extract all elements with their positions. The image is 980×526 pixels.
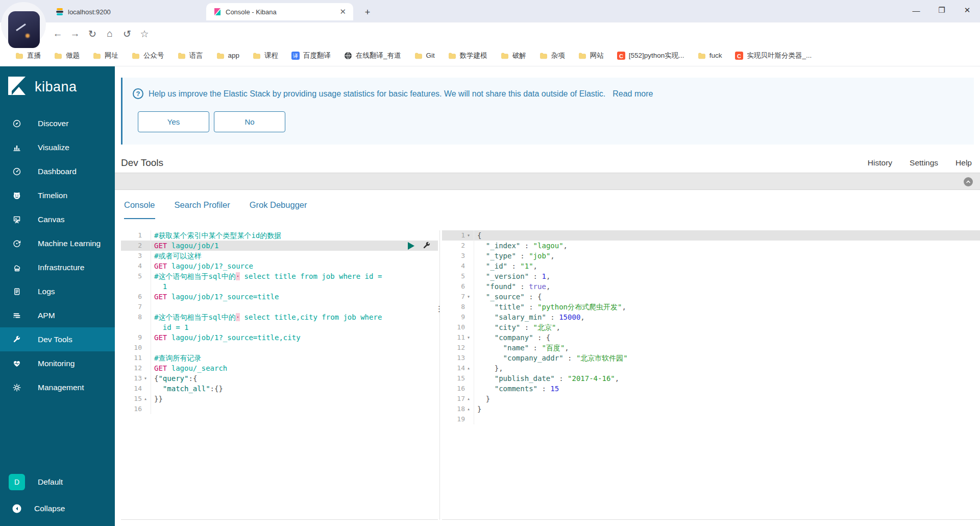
- bookmark-item[interactable]: C[552]python实现...: [617, 51, 684, 60]
- sidebar-item-visualize[interactable]: Visualize: [0, 135, 115, 159]
- fold-toggle-icon[interactable]: ▾: [467, 332, 474, 343]
- send-request-button[interactable]: [408, 242, 414, 252]
- browser-tab-elasticsearch[interactable]: localhost:9200: [48, 3, 202, 20]
- line-number: 5: [442, 271, 474, 281]
- history-link[interactable]: History: [868, 158, 892, 168]
- fold-toggle-icon[interactable]: ▾: [467, 230, 474, 241]
- code-line[interactable]: 16: [121, 404, 438, 414]
- code-line[interactable]: 15▴}}: [121, 394, 438, 404]
- bookmark-item[interactable]: 破解: [501, 51, 526, 60]
- code-line[interactable]: 1: [121, 281, 438, 292]
- bookmarks-bar: 直播做题网址公众号语言app课程译百度翻译在线翻译_有道Git数学建模破解杂项网…: [0, 45, 980, 66]
- window-restore-button[interactable]: ❐: [929, 0, 954, 20]
- sidebar-collapse-button[interactable]: Collapse: [0, 495, 115, 522]
- code-line[interactable]: 1#获取某个索引中某个类型某个id的数据: [121, 230, 438, 241]
- bookmark-label: 做题: [66, 51, 80, 60]
- sidebar-item-dev-tools[interactable]: Dev Tools: [0, 327, 115, 351]
- bookmark-star-icon[interactable]: ☆: [136, 25, 153, 42]
- code-line[interactable]: 2GET lagou/job/1: [121, 241, 438, 251]
- profile-avatar[interactable]: [8, 11, 40, 48]
- code-line[interactable]: 3#或者可以这样: [121, 251, 438, 261]
- code-line: 3 "_type" : "job",: [442, 251, 980, 261]
- settings-link[interactable]: Settings: [910, 158, 938, 168]
- bookmark-item[interactable]: Git: [414, 52, 435, 60]
- code-line[interactable]: 14 "match_all":{}: [121, 384, 438, 394]
- bookmark-item[interactable]: 公众号: [132, 51, 164, 60]
- devtools-tabs: Console Search Profiler Grok Debugger: [124, 200, 307, 219]
- browser-tab-kibana[interactable]: Console - Kibana ✕: [206, 3, 353, 20]
- fold-toggle-icon[interactable]: ▾: [467, 292, 474, 302]
- line-number: 11▾: [442, 332, 474, 343]
- sidebar-item-logs[interactable]: Logs: [0, 279, 115, 303]
- code-line: 11▾ "company" : {: [442, 332, 980, 343]
- undo-button[interactable]: ↺: [118, 25, 136, 42]
- canvas-icon: [13, 216, 21, 224]
- code-line[interactable]: 10: [121, 343, 438, 353]
- fold-toggle-icon[interactable]: ▴: [467, 404, 474, 414]
- window-minimize-button[interactable]: —: [903, 0, 929, 20]
- sidebar-item-machine-learning[interactable]: Machine Learning: [0, 231, 115, 255]
- code-line[interactable]: 12GET lagou/_search: [121, 363, 438, 373]
- new-tab-button[interactable]: +: [360, 5, 375, 19]
- bookmark-item[interactable]: 网站: [578, 51, 604, 60]
- bookmark-item[interactable]: 网址: [93, 51, 118, 60]
- bookmark-item[interactable]: 数学建模: [448, 51, 487, 60]
- request-options-wrench-icon[interactable]: [423, 242, 431, 252]
- fold-toggle-icon[interactable]: ▴: [467, 394, 474, 404]
- bookmark-item[interactable]: C实现贝叶斯分类器_...: [735, 51, 812, 60]
- bookmark-item[interactable]: 做题: [54, 51, 80, 60]
- bookmark-item[interactable]: fuck: [698, 52, 722, 60]
- yes-button[interactable]: Yes: [138, 111, 209, 132]
- sidebar-item-timelion[interactable]: Timelion: [0, 183, 115, 207]
- apm-icon: [13, 312, 21, 320]
- sidebar-item-dashboard[interactable]: Dashboard: [0, 159, 115, 183]
- forward-button[interactable]: →: [66, 25, 84, 42]
- fold-toggle-icon[interactable]: ▾: [144, 373, 151, 384]
- sidebar-item-infrastructure[interactable]: Infrastructure: [0, 255, 115, 279]
- code-line[interactable]: 5#这个语句相当于sql中的· select title from job wh…: [121, 271, 438, 281]
- tab-search-profiler[interactable]: Search Profiler: [175, 200, 230, 219]
- code-line[interactable]: 8#这个语句相当于sql中的· select title,city from j…: [121, 312, 438, 322]
- folder-icon: [540, 52, 548, 60]
- sidebar-item-canvas[interactable]: Canvas: [0, 207, 115, 231]
- no-button[interactable]: No: [214, 111, 285, 132]
- tab-console[interactable]: Console: [124, 200, 155, 219]
- bookmark-item[interactable]: 译百度翻译: [291, 51, 331, 60]
- bookmark-label: 破解: [512, 51, 526, 60]
- back-button[interactable]: ←: [49, 25, 66, 42]
- sidebar-item-apm[interactable]: APM: [0, 303, 115, 327]
- code-line[interactable]: 13▾{"query":{: [121, 373, 438, 384]
- console-editor[interactable]: 1#获取某个索引中某个类型某个id的数据2GET lagou/job/13#或者…: [121, 230, 438, 520]
- chevron-up-icon[interactable]: [964, 177, 973, 186]
- line-number: 6: [121, 292, 151, 302]
- bookmark-item[interactable]: app: [216, 52, 240, 60]
- reload-button[interactable]: ↻: [84, 25, 101, 42]
- close-tab-icon[interactable]: ✕: [339, 7, 346, 16]
- code-line[interactable]: id = 1: [121, 322, 438, 332]
- code-line[interactable]: 7: [121, 302, 438, 312]
- line-number: 4: [442, 261, 474, 271]
- code-line[interactable]: 4GET lagou/job/1?_source: [121, 261, 438, 271]
- tab-grok-debugger[interactable]: Grok Debugger: [250, 200, 307, 219]
- bookmark-item[interactable]: 语言: [178, 51, 203, 60]
- sidebar-item-management[interactable]: Management: [0, 375, 115, 399]
- bookmark-item[interactable]: 在线翻译_有道: [344, 51, 401, 60]
- window-close-button[interactable]: ✕: [954, 0, 980, 20]
- sidebar-item-default-space[interactable]: D Default: [0, 469, 115, 495]
- bookmark-item[interactable]: 直播: [15, 51, 41, 60]
- code-line[interactable]: 6GET lagou/job/1?_source=title: [121, 292, 438, 302]
- code-line[interactable]: 11#查询所有记录: [121, 353, 438, 363]
- browser-tab-title: Console - Kibana: [226, 8, 335, 16]
- code-line[interactable]: 9GET lagou/job/1?_source=title,city: [121, 332, 438, 343]
- code-line: 18▴}: [442, 404, 980, 414]
- help-link[interactable]: Help: [955, 158, 972, 168]
- fold-toggle-icon[interactable]: ▴: [467, 363, 474, 373]
- read-more-link[interactable]: Read more: [612, 89, 653, 99]
- home-button[interactable]: ⌂: [101, 25, 118, 42]
- page-title: Dev Tools: [121, 157, 163, 169]
- fold-toggle-icon[interactable]: ▴: [144, 394, 151, 404]
- sidebar-item-monitoring[interactable]: Monitoring: [0, 351, 115, 375]
- sidebar-item-discover[interactable]: Discover: [0, 111, 115, 135]
- bookmark-item[interactable]: 杂项: [540, 51, 565, 60]
- bookmark-item[interactable]: 课程: [253, 51, 278, 60]
